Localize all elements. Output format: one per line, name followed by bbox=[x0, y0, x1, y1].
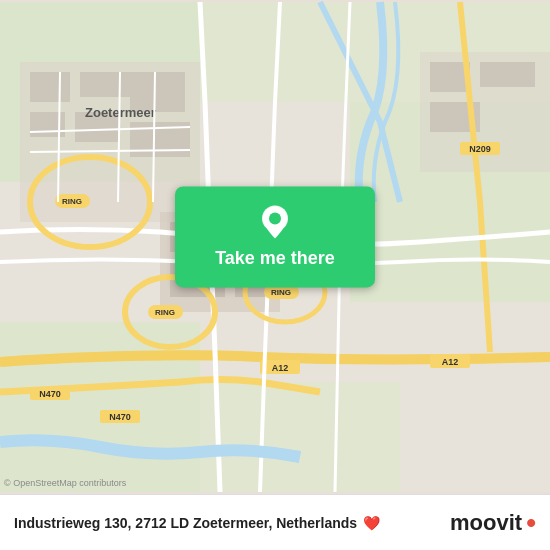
location-pin-icon bbox=[257, 204, 293, 240]
footer: Industrieweg 130, 2712 LD Zoetermeer, Ne… bbox=[0, 494, 550, 550]
svg-rect-5 bbox=[200, 382, 400, 492]
heart-icon: ❤️ bbox=[363, 515, 380, 531]
svg-text:A12: A12 bbox=[272, 363, 289, 373]
address-line: Industrieweg 130, 2712 LD Zoetermeer, Ne… bbox=[14, 515, 380, 531]
button-label: Take me there bbox=[215, 248, 335, 269]
svg-text:A12: A12 bbox=[442, 357, 459, 367]
moovit-text: moovit bbox=[450, 510, 522, 536]
svg-text:N470: N470 bbox=[109, 412, 131, 422]
svg-text:RING: RING bbox=[155, 308, 175, 317]
address-text: Industrieweg 130, 2712 LD Zoetermeer, Ne… bbox=[14, 515, 357, 531]
svg-text:N470: N470 bbox=[39, 389, 61, 399]
footer-left: Industrieweg 130, 2712 LD Zoetermeer, Ne… bbox=[14, 515, 380, 531]
moovit-logo: moovit • bbox=[450, 509, 536, 537]
take-me-there-button[interactable]: Take me there bbox=[175, 186, 375, 287]
svg-point-44 bbox=[269, 212, 281, 224]
svg-text:N209: N209 bbox=[469, 144, 491, 154]
moovit-dot-icon: • bbox=[526, 509, 536, 537]
app-container: A12 A12 N470 N470 N209 RING bbox=[0, 0, 550, 550]
svg-text:© OpenStreetMap contributors: © OpenStreetMap contributors bbox=[4, 478, 127, 488]
svg-rect-8 bbox=[80, 72, 130, 97]
svg-text:RING: RING bbox=[271, 288, 291, 297]
svg-rect-7 bbox=[30, 72, 70, 102]
map-area: A12 A12 N470 N470 N209 RING bbox=[0, 0, 550, 494]
svg-rect-20 bbox=[480, 62, 535, 87]
svg-text:RING: RING bbox=[62, 197, 82, 206]
